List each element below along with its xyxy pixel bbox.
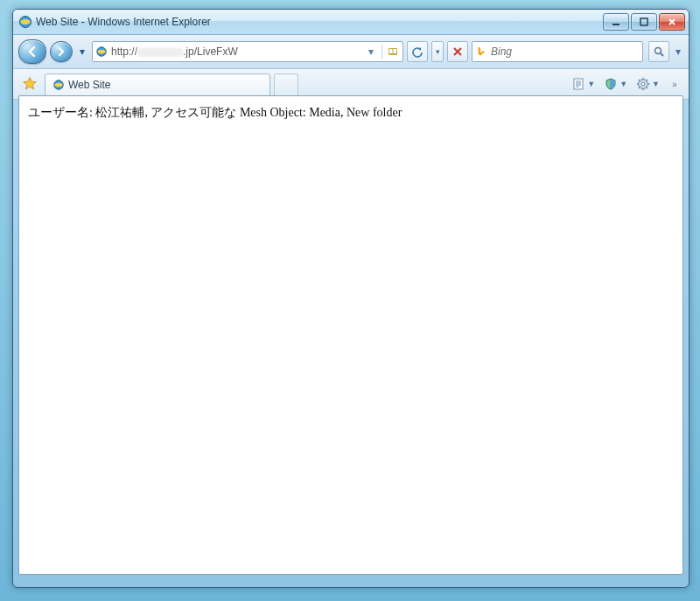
separator: [382, 45, 382, 59]
safety-menu-button[interactable]: ▼: [601, 73, 630, 94]
help-dropdown-button[interactable]: »: [666, 73, 683, 94]
address-bar[interactable]: http://.jp/LiveFxW ▾: [92, 41, 403, 62]
desktop-background: Web Site - Windows Internet Explorer: [0, 0, 700, 601]
new-tab-button[interactable]: [274, 73, 298, 96]
url-scheme: http://: [111, 45, 137, 58]
search-button[interactable]: [648, 41, 669, 62]
tools-menu-button[interactable]: ▼: [634, 73, 662, 94]
search-provider-label: Bing: [491, 45, 640, 58]
search-box[interactable]: Bing: [472, 41, 643, 62]
back-button[interactable]: [18, 39, 46, 64]
site-favicon-icon: [94, 45, 108, 59]
content-viewport[interactable]: ユーザー名: 松江祐輔, アクセス可能な Mesh Object: Media,…: [18, 95, 683, 575]
close-button[interactable]: [659, 13, 685, 31]
page-body: ユーザー名: 松江祐輔, アクセス可能な Mesh Object: Media,…: [19, 96, 682, 129]
page-icon: [571, 77, 585, 91]
bing-icon: [475, 45, 487, 58]
chevron-down-icon: ▼: [620, 80, 627, 88]
svg-point-10: [641, 82, 645, 86]
svg-point-6: [654, 47, 661, 53]
tab-title: Web Site: [68, 79, 110, 91]
svg-rect-2: [640, 18, 648, 25]
navigation-toolbar: ▾ http://.jp/LiveFxW ▾: [13, 35, 689, 69]
nav-history-dropdown[interactable]: ▾: [76, 40, 88, 63]
shield-icon: [604, 77, 618, 91]
favorites-button[interactable]: [18, 73, 41, 95]
compat-view-icon[interactable]: [385, 44, 401, 59]
address-dropdown[interactable]: ▾: [363, 44, 379, 59]
tab-active[interactable]: Web Site: [45, 73, 270, 96]
chevron-down-icon: ▼: [587, 80, 595, 88]
refresh-button[interactable]: [407, 41, 428, 62]
window-title: Web Site - Windows Internet Explorer: [36, 16, 603, 28]
double-chevron-icon: »: [672, 80, 677, 89]
svg-rect-8: [574, 79, 583, 89]
chevron-down-icon: ▼: [652, 80, 660, 88]
page-text: ユーザー名: 松江祐輔, アクセス可能な Mesh Object: Media,…: [28, 106, 402, 119]
search-options-dropdown[interactable]: ▾: [673, 45, 683, 58]
stop-button[interactable]: [447, 41, 468, 62]
minimize-button[interactable]: [603, 13, 629, 31]
svg-rect-1: [612, 24, 620, 25]
refresh-dropdown[interactable]: ▾: [431, 41, 444, 62]
address-text[interactable]: http://.jp/LiveFxW: [111, 45, 360, 58]
forward-button[interactable]: [50, 41, 73, 62]
gear-icon: [636, 77, 650, 91]
ie-app-icon: [18, 15, 32, 29]
titlebar[interactable]: Web Site - Windows Internet Explorer: [13, 10, 689, 35]
tab-favicon-icon: [52, 79, 65, 91]
page-menu-button[interactable]: ▼: [569, 73, 598, 94]
ie-window: Web Site - Windows Internet Explorer: [12, 9, 690, 588]
url-suffix: .jp/LiveFxW: [183, 45, 238, 58]
url-blurred-host: [137, 48, 183, 57]
maximize-button[interactable]: [631, 13, 657, 31]
